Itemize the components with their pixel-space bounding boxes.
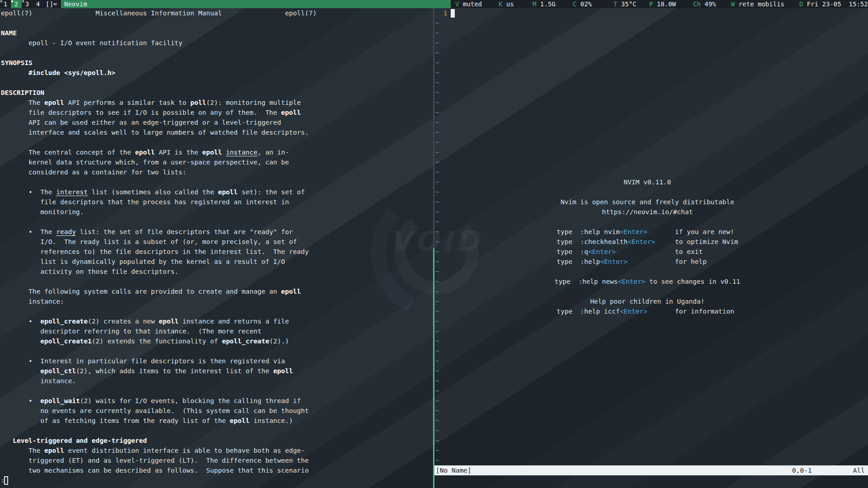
end-of-buffer-tilde: ~ <box>435 137 439 147</box>
man-text-line: kernel data structure which, from a user… <box>1 157 289 167</box>
intro-line: type :help nvim<Enter> if you are new! <box>557 227 738 237</box>
man-text-line: of as fetching items from the ready list… <box>1 416 293 426</box>
end-of-buffer-tilde: ~ <box>435 78 439 88</box>
tag-occupancy-indicator <box>11 0 13 2</box>
man-text-line: no events are currently available. (This… <box>1 406 309 416</box>
man-text-line: considered as a container for two lists: <box>1 167 186 177</box>
status-value: rete mobilis <box>735 0 784 8</box>
end-of-buffer-tilde: ~ <box>435 455 439 465</box>
end-of-buffer-tilde: ~ <box>435 227 439 237</box>
focused-window-border <box>433 248 434 488</box>
line-number: 1 <box>435 9 447 17</box>
man-text-line: API can be used either as an edge-trigge… <box>1 117 281 127</box>
end-of-buffer-tilde: ~ <box>435 117 439 127</box>
intro-line: NVIM v0.11.0 <box>624 177 671 187</box>
end-of-buffer-tilde: ~ <box>435 197 439 207</box>
man-text-line: interface and scales well to large numbe… <box>1 127 309 137</box>
man-text-line: monitoring. <box>1 207 84 217</box>
intro-line: Help poor children in Uganda! <box>590 296 704 306</box>
status-value: Fri 23-05 15:52 <box>803 0 868 8</box>
tag-label: 3 <box>25 0 29 8</box>
man-text-line: The central concept of the epoll API is … <box>1 147 289 157</box>
man-text-line: triggered (ET) and as level-triggered (L… <box>1 455 309 465</box>
man-text-line: : <box>1 475 5 485</box>
man-text-line: • epoll_create(2) creates a new epoll in… <box>1 316 289 326</box>
end-of-buffer-tilde: ~ <box>435 147 439 157</box>
end-of-buffer-tilde: ~ <box>435 38 439 48</box>
end-of-buffer-tilde: ~ <box>435 277 439 286</box>
man-text-line: epoll_create1(2) extends the functionali… <box>1 336 289 346</box>
man-text-line: epoll(7) Miscellaneous Information Manua… <box>1 8 316 18</box>
nvim-pane[interactable]: ~~~~~~~~~~~~~~~~~~~~~~~~~~~~~~~~~~~~~~~~… <box>434 8 868 488</box>
status-ch: Ch 49% <box>693 0 716 8</box>
end-of-buffer-tilde: ~ <box>435 167 439 177</box>
statusline-filename: [No Name] <box>436 465 472 475</box>
end-of-buffer-tilde: ~ <box>435 88 439 98</box>
end-of-buffer-tilde: ~ <box>435 267 439 277</box>
man-text-line: descriptor referring to that instance. (… <box>1 326 261 336</box>
tag-1[interactable]: 1 <box>0 0 11 8</box>
man-text-line: • The ready list: the set of file descri… <box>1 227 293 237</box>
man-text-line: Level-triggered and edge-triggered <box>1 436 147 446</box>
man-text-line: SYNOPSIS <box>1 58 33 68</box>
status-v: V muted <box>455 0 482 8</box>
tag-label: 2 <box>14 0 18 8</box>
intro-line: type :checkhealth<Enter> to optimize Nvi… <box>557 237 738 247</box>
end-of-buffer-tilde: ~ <box>435 217 439 227</box>
end-of-buffer-tilde: ~ <box>435 207 439 217</box>
status-d: D Fri 23-05 15:52 <box>799 0 868 8</box>
end-of-buffer-tilde: ~ <box>435 127 439 137</box>
tag-3[interactable]: 3 <box>22 0 33 8</box>
end-of-buffer-tilde: ~ <box>435 58 439 68</box>
man-text-line: The epoll event distribution interface i… <box>1 446 305 455</box>
man-text-line: list is dynamically populated by the ker… <box>1 257 285 267</box>
end-of-buffer-tilde: ~ <box>435 237 439 247</box>
man-pane[interactable]: epoll(7) Miscellaneous Information Manua… <box>0 8 432 488</box>
man-text-line: The epoll API performs a similar task to… <box>1 98 301 108</box>
tag-label: 4 <box>36 0 40 8</box>
end-of-buffer-tilde: ~ <box>435 436 439 446</box>
man-text-line: activity on those file descriptors. <box>1 267 179 277</box>
man-text-line: file descriptors to see if I/O is possib… <box>1 108 301 117</box>
statusline-ruler-scroll: All <box>853 465 865 475</box>
end-of-buffer-tilde: ~ <box>435 366 439 376</box>
end-of-buffer-tilde: ~ <box>435 356 439 366</box>
tag-4[interactable]: 4 <box>33 0 43 8</box>
end-of-buffer-tilde: ~ <box>435 28 439 38</box>
intro-line: type :help news<Enter> to see changes in… <box>555 277 740 286</box>
man-text-line: DESCRIPTION <box>1 88 44 98</box>
status-p: P 18.0W <box>649 0 676 8</box>
end-of-buffer-tilde: ~ <box>435 18 439 28</box>
end-of-buffer-tilde: ~ <box>435 316 439 326</box>
intro-line: Nvim is open source and freely distribut… <box>561 197 734 207</box>
end-of-buffer-tilde: ~ <box>435 286 439 296</box>
end-of-buffer-tilde: ~ <box>435 326 439 336</box>
man-text-line: I/O. The ready list is a subset of (or, … <box>1 237 297 247</box>
end-of-buffer-tilde: ~ <box>435 68 439 78</box>
end-of-buffer-tilde: ~ <box>435 386 439 396</box>
status-value: muted <box>459 0 482 8</box>
intro-line: type :help iccf<Enter> for information <box>557 306 738 316</box>
end-of-buffer-tilde: ~ <box>435 426 439 436</box>
end-of-buffer-tilde: ~ <box>435 98 439 108</box>
end-of-buffer-tilde: ~ <box>435 257 439 267</box>
tag-list: 1234 <box>0 0 43 8</box>
end-of-buffer-tilde: ~ <box>435 346 439 356</box>
intro-line: type :q<Enter> to exit <box>557 247 738 257</box>
intro-line: https://neovim.io/#chat <box>602 207 693 217</box>
end-of-buffer-tilde: ~ <box>435 187 439 197</box>
tag-occupancy-indicator <box>22 0 24 2</box>
man-text-line: The following system calls are provided … <box>1 286 301 296</box>
man-text-line: instance. <box>1 376 76 386</box>
status-m: M 1.5G <box>533 0 556 8</box>
focused-window-title[interactable]: Neovim <box>61 0 451 8</box>
unfocused-window-border <box>433 8 434 248</box>
end-of-buffer-tilde: ~ <box>435 306 439 316</box>
end-of-buffer-tilde: ~ <box>435 336 439 346</box>
layout-symbol[interactable]: []= <box>46 0 57 8</box>
status-value: 1.5G <box>536 0 555 8</box>
man-text-line: • The interest list (sometimes also call… <box>1 187 305 197</box>
man-text-line: epoll - I/O event notification facility <box>1 38 183 48</box>
tag-2[interactable]: 2 <box>11 0 22 8</box>
nvim-cursor <box>451 9 455 18</box>
